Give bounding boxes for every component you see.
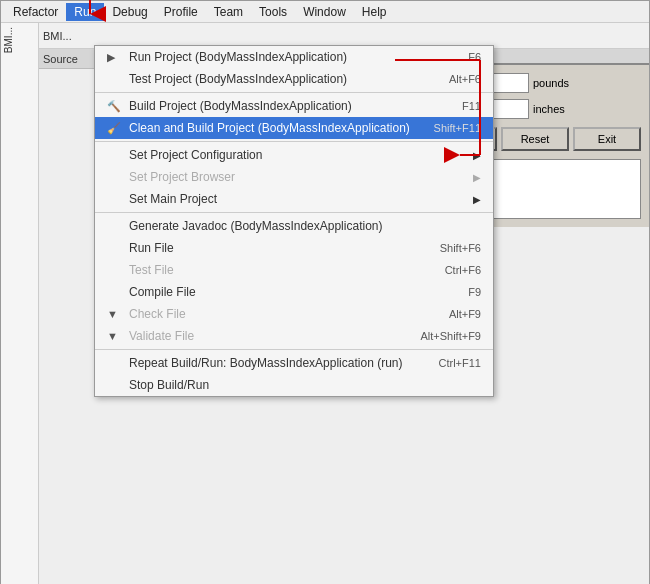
menu-item-label-build-project: Build Project (BodyMassIndexApplication) xyxy=(129,99,462,113)
menu-item-icon-validate-file: ▼ xyxy=(107,330,125,342)
menu-item-icon-check-file: ▼ xyxy=(107,308,125,320)
menu-item-shortcut-build-project: F11 xyxy=(462,100,481,112)
menu-item-label-stop-build: Stop Build/Run xyxy=(129,378,481,392)
menu-item-label-check-file: Check File xyxy=(129,307,449,321)
menu-item-label-clean-build: Clean and Build Project (BodyMassIndexAp… xyxy=(129,121,434,135)
menu-item-label-validate-file: Validate File xyxy=(129,329,420,343)
source-tab[interactable]: Source xyxy=(43,53,78,65)
menu-tools[interactable]: Tools xyxy=(251,3,295,21)
menu-item-label-test-project: Test Project (BodyMassIndexApplication) xyxy=(129,72,449,86)
menu-run[interactable]: Run xyxy=(66,3,104,21)
panel-label: BMI... xyxy=(1,23,16,57)
reset-button[interactable]: Reset xyxy=(501,127,569,151)
menu-item-arrow-set-project-config: ▶ xyxy=(473,150,481,161)
run-menu-dropdown: ▶Run Project (BodyMassIndexApplication)F… xyxy=(94,45,494,397)
menu-item-label-run-file: Run File xyxy=(129,241,440,255)
menu-item-shortcut-test-file: Ctrl+F6 xyxy=(445,264,481,276)
dropdown-menu: ▶Run Project (BodyMassIndexApplication)F… xyxy=(94,45,494,397)
menu-item-shortcut-compile-file: F9 xyxy=(468,286,481,298)
menu-item-label-test-file: Test File xyxy=(129,263,445,277)
left-panel: BMI... xyxy=(1,23,39,584)
menu-item-stop-build[interactable]: Stop Build/Run xyxy=(95,374,493,396)
menu-item-shortcut-repeat-build: Ctrl+F11 xyxy=(439,357,482,369)
menu-item-shortcut-run-file: Shift+F6 xyxy=(440,242,481,254)
menu-item-set-main-project[interactable]: Set Main Project▶ xyxy=(95,188,493,210)
menu-separator-16 xyxy=(95,349,493,350)
menu-item-label-repeat-build: Repeat Build/Run: BodyMassIndexApplicati… xyxy=(129,356,439,370)
menu-team[interactable]: Team xyxy=(206,3,251,21)
menu-item-label-set-project-config: Set Project Configuration xyxy=(129,148,469,162)
menu-profile[interactable]: Profile xyxy=(156,3,206,21)
menu-debug[interactable]: Debug xyxy=(104,3,155,21)
menu-item-shortcut-check-file: Alt+F9 xyxy=(449,308,481,320)
menu-item-test-file: Test FileCtrl+F6 xyxy=(95,259,493,281)
menu-item-clean-build[interactable]: 🧹Clean and Build Project (BodyMassIndexA… xyxy=(95,117,493,139)
menu-item-label-generate-javadoc: Generate Javadoc (BodyMassIndexApplicati… xyxy=(129,219,481,233)
pounds-label: pounds xyxy=(533,77,569,89)
menu-item-icon-build-project: 🔨 xyxy=(107,100,125,113)
menu-separator-9 xyxy=(95,212,493,213)
menu-item-arrow-set-project-browser: ▶ xyxy=(473,172,481,183)
menu-item-arrow-set-main-project: ▶ xyxy=(473,194,481,205)
menu-help[interactable]: Help xyxy=(354,3,395,21)
menu-item-generate-javadoc[interactable]: Generate Javadoc (BodyMassIndexApplicati… xyxy=(95,215,493,237)
menu-item-run-file[interactable]: Run FileShift+F6 xyxy=(95,237,493,259)
menu-separator-5 xyxy=(95,141,493,142)
menu-item-test-project[interactable]: Test Project (BodyMassIndexApplication)A… xyxy=(95,68,493,90)
inches-label: inches xyxy=(533,103,565,115)
menu-item-shortcut-validate-file: Alt+Shift+F9 xyxy=(420,330,481,342)
menu-item-label-set-project-browser: Set Project Browser xyxy=(129,170,469,184)
menu-item-compile-file[interactable]: Compile FileF9 xyxy=(95,281,493,303)
menu-item-icon-run-project: ▶ xyxy=(107,51,125,64)
menu-item-validate-file: ▼Validate FileAlt+Shift+F9 xyxy=(95,325,493,347)
menu-item-label-set-main-project: Set Main Project xyxy=(129,192,469,206)
menu-item-repeat-build[interactable]: Repeat Build/Run: BodyMassIndexApplicati… xyxy=(95,352,493,374)
menu-item-shortcut-run-project: F6 xyxy=(468,51,481,63)
menu-item-set-project-config[interactable]: Set Project Configuration▶ xyxy=(95,144,493,166)
ide-window: Refactor Run Debug Profile Team Tools Wi… xyxy=(0,0,650,584)
menu-separator-2 xyxy=(95,92,493,93)
menu-refactor[interactable]: Refactor xyxy=(5,3,66,21)
menu-item-build-project[interactable]: 🔨Build Project (BodyMassIndexApplication… xyxy=(95,95,493,117)
menu-item-label-compile-file: Compile File xyxy=(129,285,468,299)
menu-item-label-run-project: Run Project (BodyMassIndexApplication) xyxy=(129,50,468,64)
menu-item-shortcut-test-project: Alt+F6 xyxy=(449,73,481,85)
menu-item-check-file: ▼Check FileAlt+F9 xyxy=(95,303,493,325)
menu-item-run-project[interactable]: ▶Run Project (BodyMassIndexApplication)F… xyxy=(95,46,493,68)
exit-button[interactable]: Exit xyxy=(573,127,641,151)
menu-item-shortcut-clean-build: Shift+F11 xyxy=(434,122,481,134)
menu-item-set-project-browser: Set Project Browser▶ xyxy=(95,166,493,188)
menu-item-icon-clean-build: 🧹 xyxy=(107,122,125,135)
bmi-tab[interactable]: BMI... xyxy=(43,30,72,42)
menu-bar: Refactor Run Debug Profile Team Tools Wi… xyxy=(1,1,649,23)
menu-window[interactable]: Window xyxy=(295,3,354,21)
